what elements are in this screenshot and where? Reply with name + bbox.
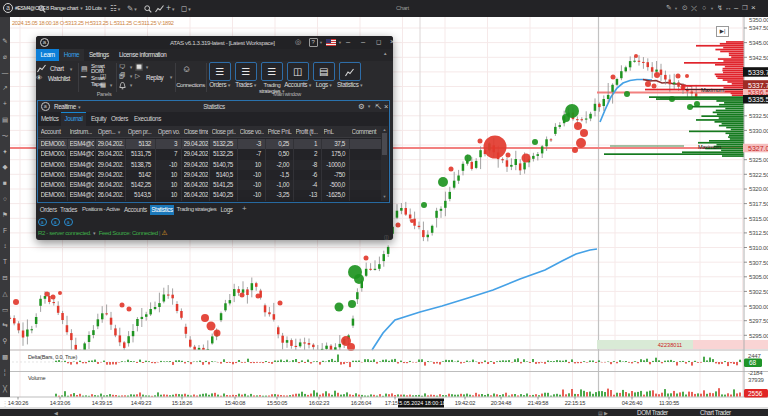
svg-text:5330.00: 5330.00	[749, 128, 768, 134]
svg-text:5327.00: 5327.00	[748, 145, 768, 152]
svg-text:5315.00: 5315.00	[749, 216, 768, 222]
svg-text:15:50:05: 15:50:05	[267, 400, 288, 406]
svg-text:5312.50: 5312.50	[749, 230, 768, 236]
svg-text:14:33:06: 14:33:06	[50, 400, 71, 406]
svg-text:5310.00: 5310.00	[749, 245, 768, 251]
svg-text:15:40:08: 15:40:08	[225, 400, 246, 406]
svg-text:37939: 37939	[748, 377, 765, 383]
svg-text:Delta(Bars, 0.0, True): Delta(Bars, 0.0, True)	[28, 354, 77, 360]
svg-text:16:26:04: 16:26:04	[351, 400, 372, 406]
svg-text:14:39:15: 14:39:15	[92, 400, 113, 406]
svg-text:5317.50: 5317.50	[749, 201, 768, 207]
svg-text:Maximum: Maximum	[701, 87, 724, 93]
svg-text:20:34:48: 20:34:48	[491, 400, 512, 406]
svg-text:14:30:26: 14:30:26	[8, 400, 29, 406]
svg-text:2447: 2447	[748, 353, 761, 359]
svg-text:16:02:23: 16:02:23	[309, 400, 330, 406]
svg-text:Maximum: Maximum	[698, 144, 721, 150]
svg-text:15.05.2024 18:00:18: 15.05.2024 18:00:18	[396, 400, 445, 406]
svg-text:-2184: -2184	[748, 370, 763, 376]
svg-text:5337.78: 5337.78	[748, 82, 768, 89]
svg-text:5350.00: 5350.00	[749, 17, 768, 23]
svg-text:15:18:26: 15:18:26	[172, 400, 193, 406]
svg-text:11:30:55: 11:30:55	[659, 400, 679, 406]
svg-text:5325.00: 5325.00	[749, 157, 768, 163]
svg-text:04:26:40: 04:26:40	[622, 400, 643, 406]
svg-text:21:49:58: 21:49:58	[528, 400, 549, 406]
svg-text:5297.50: 5297.50	[749, 318, 768, 324]
svg-text:68: 68	[749, 359, 757, 366]
svg-text:5307.50: 5307.50	[749, 260, 768, 266]
svg-text:5302.50: 5302.50	[749, 289, 768, 295]
svg-text:5300.00: 5300.00	[749, 304, 768, 310]
svg-text:5339.75: 5339.75	[748, 69, 768, 76]
svg-text:19:42:02: 19:42:02	[455, 400, 476, 406]
svg-text:5335.50: 5335.50	[748, 96, 768, 103]
svg-text:5320.00: 5320.00	[749, 186, 768, 192]
svg-text:14:49:23: 14:49:23	[131, 400, 152, 406]
svg-text:5322.50: 5322.50	[749, 172, 768, 178]
svg-text:5347.50: 5347.50	[749, 25, 768, 31]
svg-text:2556: 2556	[748, 390, 763, 397]
svg-text:5342.50: 5342.50	[749, 55, 768, 61]
svg-text:Volume: Volume	[28, 375, 46, 381]
svg-text:22:15:15: 22:15:15	[565, 400, 586, 406]
svg-text:5345.00: 5345.00	[749, 40, 768, 46]
svg-text:5295.00: 5295.00	[749, 333, 768, 339]
svg-text:5305.00: 5305.00	[749, 274, 768, 280]
svg-text:5332.50: 5332.50	[749, 113, 768, 119]
svg-text:42238011: 42238011	[658, 342, 682, 348]
